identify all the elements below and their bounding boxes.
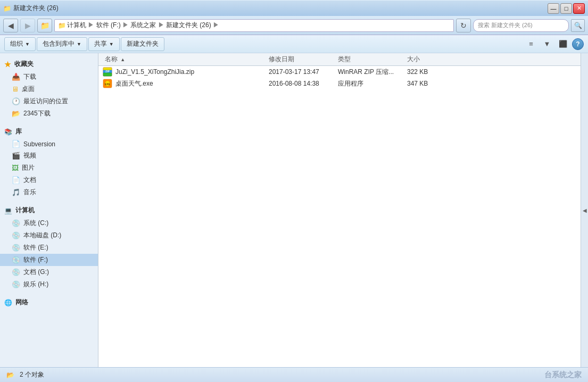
image-label: 图片 — [22, 163, 35, 172]
main-layout: ★ 收藏夹 📥 下载 🖥 桌面 🕐 最近访问的位置 📂 2345下载 — [0, 53, 588, 367]
breadcrumb[interactable]: 📁 计算机 ▶ 软件 (F:) ▶ 系统之家 ▶ 新建文件夹 (26) ▶ — [54, 19, 454, 32]
file-type: WinRAR ZIP 压缩... — [338, 68, 407, 77]
drive-h-icon: 💿 — [12, 280, 20, 288]
maximize-button[interactable]: □ — [560, 3, 572, 14]
drive-e-label: 软件 (E:) — [23, 243, 48, 252]
drive-f-icon: 💿 — [12, 256, 20, 264]
sidebar-item-drive-h[interactable]: 💿 娱乐 (H:) — [0, 278, 98, 290]
sidebar-item-drive-e[interactable]: 💿 软件 (E:) — [0, 242, 98, 254]
sidebar-item-recent[interactable]: 🕐 最近访问的位置 — [0, 95, 98, 107]
include-arrow: ▼ — [77, 41, 81, 47]
sidebar-item-drive-f[interactable]: 💿 软件 (F:) — [0, 254, 98, 266]
svg-text:ZIP: ZIP — [105, 70, 110, 73]
close-button[interactable]: ✕ — [573, 3, 585, 14]
refresh-button[interactable]: ↻ — [456, 19, 471, 32]
recent-label: 最近访问的位置 — [23, 97, 68, 106]
forward-button[interactable]: ▶ — [20, 19, 35, 32]
col-header-type[interactable]: 类型 — [338, 55, 407, 64]
toolbar-right: ≡ ▼ ⬛ ? — [524, 38, 584, 51]
sidebar: ★ 收藏夹 📥 下载 🖥 桌面 🕐 最近访问的位置 📂 2345下载 — [0, 53, 98, 367]
view-toggle-button[interactable]: ≡ — [524, 38, 538, 51]
sidebar-item-download2345[interactable]: 📂 2345下载 — [0, 107, 98, 120]
address-bar: ◀ ▶ 📁 📁 计算机 ▶ 软件 (F:) ▶ 系统之家 ▶ 新建文件夹 (26… — [0, 16, 588, 35]
new-folder-button[interactable]: 新建文件夹 — [121, 37, 164, 51]
image-icon: 🖼 — [12, 164, 19, 172]
download2345-label: 2345下载 — [23, 109, 51, 118]
library-section[interactable]: 📚 库 — [0, 125, 98, 138]
sidebar-item-music[interactable]: 🎵 音乐 — [0, 186, 98, 198]
file-size: 347 KB — [407, 80, 450, 87]
file-name: ZIP JuZi_V1.5_XiTongZhiJia.zip — [98, 67, 269, 77]
exe-icon: EXE — [103, 79, 112, 88]
recent-icon: 🕐 — [12, 97, 20, 105]
organize-label: 组织 — [10, 39, 23, 48]
video-label: 视频 — [23, 151, 36, 160]
col-header-size[interactable]: 大小 — [407, 55, 450, 64]
file-name: EXE 桌面天气.exe — [98, 79, 269, 88]
subversion-label: Subversion — [23, 140, 55, 148]
window-icon: 📁 — [3, 5, 11, 12]
sidebar-item-image[interactable]: 🖼 图片 — [0, 162, 98, 174]
doc-icon: 📄 — [12, 176, 20, 184]
search-placeholder: 搜索 新建文件夹 (26) — [478, 21, 533, 29]
breadcrumb-text: 计算机 ▶ 软件 (F:) ▶ 系统之家 ▶ 新建文件夹 (26) ▶ — [67, 21, 219, 30]
sidebar-item-subversion[interactable]: 📄 Subversion — [0, 138, 98, 150]
watermark: 台系统之家 — [544, 370, 582, 380]
music-icon: 🎵 — [12, 188, 20, 196]
preview-pane-button[interactable]: ⬛ — [556, 38, 570, 51]
divider2 — [0, 198, 98, 204]
title-bar-controls: — □ ✕ — [548, 3, 585, 14]
up-button[interactable]: 📁 — [37, 19, 52, 32]
status-text: 2 个对象 — [20, 370, 44, 379]
drive-h-label: 娱乐 (H:) — [23, 280, 48, 289]
share-button[interactable]: 共享 ▼ — [88, 37, 120, 51]
sidebar-item-drive-d[interactable]: 💿 本地磁盘 (D:) — [0, 229, 98, 242]
svg-text:EXE: EXE — [105, 82, 111, 86]
sort-icon-name: ▲ — [120, 57, 125, 62]
table-row[interactable]: EXE 桌面天气.exe 2016-08-08 14:38 应用程序 347 K… — [98, 78, 581, 89]
computer-icon: 💻 — [4, 207, 12, 214]
sidebar-item-download[interactable]: 📥 下载 — [0, 71, 98, 83]
minimize-button[interactable]: — — [548, 3, 559, 14]
table-row[interactable]: ZIP JuZi_V1.5_XiTongZhiJia.zip 2017-03-1… — [98, 66, 581, 78]
breadcrumb-folder-icon: 📁 — [58, 22, 66, 29]
svg-rect-3 — [103, 73, 112, 76]
col-header-date[interactable]: 修改日期 — [269, 55, 338, 64]
include-in-library-button[interactable]: 包含到库中 ▼ — [37, 37, 87, 51]
status-folder-icon: 📂 — [6, 371, 14, 379]
subversion-icon: 📄 — [12, 140, 20, 148]
favorites-section[interactable]: ★ 收藏夹 — [0, 57, 98, 71]
sidebar-item-doc[interactable]: 📄 文档 — [0, 174, 98, 186]
col-header-name[interactable]: 名称 ▲ — [98, 55, 269, 64]
share-label: 共享 — [94, 39, 107, 48]
folder-icon: 📥 — [12, 73, 20, 81]
video-icon: 🎬 — [12, 152, 20, 160]
search-bar[interactable]: 搜索 新建文件夹 (26) — [473, 19, 569, 32]
computer-label: 计算机 — [15, 206, 35, 215]
view-dropdown-button[interactable]: ▼ — [540, 38, 554, 51]
drive-c-icon: 💿 — [12, 219, 20, 227]
sidebar-item-drive-g[interactable]: 💿 文档 (G:) — [0, 266, 98, 278]
desktop-icon: 🖥 — [12, 85, 19, 93]
sidebar-item-desktop[interactable]: 🖥 桌面 — [0, 83, 98, 95]
search-button[interactable]: 🔍 — [571, 19, 585, 32]
help-button[interactable]: ? — [572, 38, 584, 50]
network-icon: 🌐 — [4, 299, 12, 306]
file-date: 2016-08-08 14:38 — [269, 80, 338, 87]
divider3 — [0, 290, 98, 296]
sidebar-item-video[interactable]: 🎬 视频 — [0, 150, 98, 162]
network-section[interactable]: 🌐 网络 — [0, 296, 98, 309]
back-button[interactable]: ◀ — [3, 19, 18, 32]
library-label: 库 — [15, 127, 22, 136]
download-label: 下载 — [23, 72, 36, 81]
organize-arrow: ▼ — [25, 41, 30, 47]
drive-d-label: 本地磁盘 (D:) — [23, 231, 61, 240]
computer-section[interactable]: 💻 计算机 — [0, 204, 98, 217]
divider1 — [0, 120, 98, 125]
drive-e-icon: 💿 — [12, 244, 20, 252]
right-panel-toggle[interactable]: ◀ — [581, 53, 588, 367]
sidebar-item-drive-c[interactable]: 💿 系统 (C:) — [0, 217, 98, 229]
file-type: 应用程序 — [338, 79, 407, 88]
organize-button[interactable]: 组织 ▼ — [4, 37, 36, 51]
include-in-library-label: 包含到库中 — [43, 39, 74, 48]
